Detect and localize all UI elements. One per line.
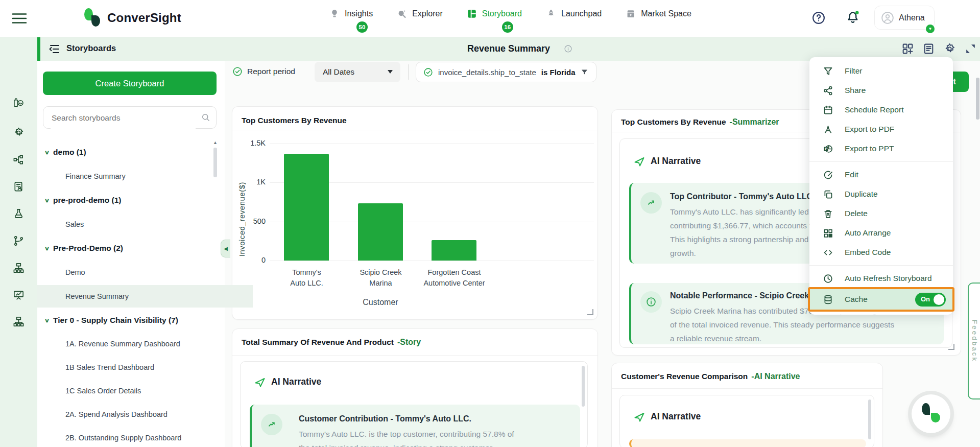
panel-scrollbar[interactable] xyxy=(868,399,871,439)
trending-up-icon xyxy=(261,414,282,435)
page-info-icon[interactable] xyxy=(564,44,572,53)
notes-icon[interactable] xyxy=(922,42,935,55)
tree-group-pre-prod-demo-2[interactable]: ∨Pre-Prod-Demo (2) xyxy=(37,239,232,257)
menu-item-duplicate[interactable]: Duplicate xyxy=(809,184,953,204)
flask-icon[interactable] xyxy=(13,208,25,220)
database-icon xyxy=(823,294,833,305)
presentation-chart-icon[interactable] xyxy=(13,289,25,301)
bar-tommys-auto[interactable] xyxy=(284,154,329,261)
report-period-check-icon[interactable] xyxy=(232,66,243,77)
tree-group-tier0[interactable]: ∨Tier 0 - Supply Chain Visibility (7) xyxy=(37,311,232,330)
menu-item-cache[interactable]: Cache On xyxy=(809,288,953,311)
tree-item-1b-sales-trend[interactable]: 1B Sales Trend Dashboard xyxy=(37,358,253,377)
auto-arrange-icon xyxy=(823,228,833,239)
tree-item-revenue-summary-selected[interactable]: Revenue Summary xyxy=(37,285,253,308)
insights-bulb-icon xyxy=(329,8,340,19)
menu-item-filter[interactable]: Filter xyxy=(809,61,953,81)
top-customers-chart-card: Top Customers By Revenue Invoiced_revenu… xyxy=(232,106,598,320)
assistant-logo-icon xyxy=(931,413,940,422)
divider xyxy=(612,388,882,389)
git-branch-icon[interactable] xyxy=(13,235,25,247)
ai-narrative-label: AI Narrative xyxy=(651,156,701,167)
menu-item-auto-arrange[interactable]: Auto Arrange xyxy=(809,223,953,243)
add-widget-icon[interactable] xyxy=(901,42,914,55)
comparison-card-title: Customer's Revenue Comparison-AI Narrati… xyxy=(621,372,800,381)
user-menu[interactable]: Athena ▼ xyxy=(874,6,935,30)
tree-label: Demo xyxy=(65,268,85,276)
tree-group-demo[interactable]: ∨demo (1) xyxy=(37,143,232,161)
nav-item-storyboard[interactable]: Storyboard 16 xyxy=(466,8,522,19)
tree-label: 1C Sales Order Details xyxy=(65,387,141,395)
help-icon[interactable] xyxy=(811,11,826,25)
menu-item-delete[interactable]: Delete xyxy=(809,204,953,223)
storyboard-context-menu: Filter Share Schedule Report Export to P… xyxy=(809,57,953,315)
feedback-label: Feedback xyxy=(971,320,978,362)
tree-group-pre-prod-demo[interactable]: ∨pre-prod-demo (1) xyxy=(37,191,232,209)
fullscreen-expand-icon[interactable] xyxy=(964,42,977,55)
nav-item-launchpad[interactable]: Launchpad xyxy=(545,8,602,19)
market-space-store-icon xyxy=(625,8,636,19)
menu-label: Share xyxy=(845,86,866,95)
pdf-icon xyxy=(823,124,833,135)
top-navbar: ConverSight Insights 50 Explorer Storybo… xyxy=(0,0,980,37)
menu-item-schedule-report[interactable]: Schedule Report xyxy=(809,100,953,120)
menu-item-embed-code[interactable]: Embed Code xyxy=(809,243,953,262)
bar-scipio-creek[interactable] xyxy=(358,203,403,261)
nav-item-insights[interactable]: Insights 50 xyxy=(329,8,373,19)
sitemap-icon[interactable] xyxy=(13,262,25,274)
panel-scrollbar[interactable] xyxy=(582,366,585,407)
create-storyboard-button[interactable]: Create Storyboard xyxy=(43,72,217,95)
search-storyboards-box[interactable] xyxy=(43,106,217,129)
search-icon[interactable] xyxy=(201,112,211,123)
storyboard-grid-icon xyxy=(466,8,477,19)
tree-item-2a-spend-analysis[interactable]: 2A. Spend Analysis Dashboard xyxy=(37,405,253,424)
trending-up-icon xyxy=(640,192,662,214)
launchpad-rocket-icon xyxy=(545,8,557,19)
document-user-icon[interactable] xyxy=(13,181,25,193)
resize-corner[interactable] xyxy=(948,344,954,350)
filter-condition: is Florida xyxy=(541,68,576,77)
resize-corner[interactable] xyxy=(587,309,593,315)
code-icon xyxy=(823,247,833,258)
nav-item-market-space[interactable]: Market Space xyxy=(625,8,691,19)
menu-item-auto-refresh[interactable]: Auto Refresh Storyboard xyxy=(809,269,953,288)
insights-report-icon[interactable] xyxy=(13,97,25,109)
explorer-search-icon xyxy=(396,8,408,19)
tree-label: 2B. Outstanding Supply Dashboard xyxy=(65,434,181,442)
tree-item-finance-summary[interactable]: Finance Summary xyxy=(37,167,253,185)
page-scrollbar[interactable] xyxy=(976,78,979,120)
tree-item-demo[interactable]: Demo xyxy=(37,263,253,281)
panel-collapse-handle[interactable]: ◀ xyxy=(221,240,230,257)
menu-item-export-pdf[interactable]: Export to PDF xyxy=(809,120,953,139)
x-label: Tommy's Auto LLC. xyxy=(270,267,344,289)
cache-toggle[interactable]: On xyxy=(915,293,946,307)
assistant-logo-icon xyxy=(922,403,930,415)
tree-label: Tier 0 - Supply Chain Visibility (7) xyxy=(53,316,178,325)
feedback-tab[interactable]: Feedback xyxy=(968,283,980,399)
menu-item-share[interactable]: Share xyxy=(809,81,953,100)
report-period-select[interactable]: All Dates xyxy=(315,62,400,82)
nav-label: Launchpad xyxy=(561,9,602,18)
search-input[interactable] xyxy=(51,107,196,129)
hamburger-menu-icon[interactable] xyxy=(12,13,27,24)
tree-item-1c-sales-order[interactable]: 1C Sales Order Details xyxy=(37,382,253,400)
tree-item-2b-outstanding-supply[interactable]: 2B. Outstanding Supply Dashboard xyxy=(37,429,253,447)
bar-forgotten-coast[interactable] xyxy=(432,240,476,261)
gear-icon[interactable] xyxy=(13,127,25,138)
avatar xyxy=(881,11,894,25)
menu-item-export-ppt[interactable]: P Export to PPT xyxy=(809,139,953,158)
workflow-icon[interactable] xyxy=(13,154,25,166)
nav-item-explorer[interactable]: Explorer xyxy=(396,8,443,19)
ai-narrative-label: AI Narrative xyxy=(271,377,321,387)
settings-gear-icon[interactable] xyxy=(943,42,956,55)
tree-item-1a-revenue-summary[interactable]: 1A. Revenue Summary Dashboard xyxy=(37,335,253,353)
menu-item-edit[interactable]: Edit xyxy=(809,165,953,184)
tree-label: 2A. Spend Analysis Dashboard xyxy=(65,410,168,418)
toggle-on-label: On xyxy=(921,295,930,303)
notifications-bell-icon[interactable] xyxy=(845,10,861,25)
assistant-chat-button[interactable] xyxy=(912,394,950,433)
filter-chip-ship-to-state[interactable]: invoice_details.ship_to_state is Florida xyxy=(416,62,596,82)
org-chart-icon[interactable] xyxy=(13,316,25,327)
tree-item-sales[interactable]: Sales xyxy=(37,215,253,233)
report-period-label: Report period xyxy=(247,67,295,76)
